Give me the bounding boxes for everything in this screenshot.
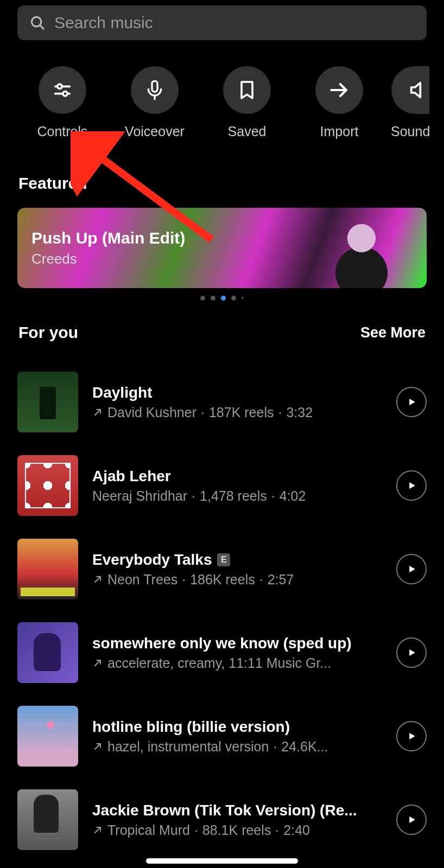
svg-line-12 xyxy=(95,744,100,749)
album-art xyxy=(17,789,78,850)
for-you-heading: For you See More xyxy=(0,301,444,352)
album-art xyxy=(17,455,78,516)
tool-row: Controls Voiceover Saved Import Sound xyxy=(0,40,444,139)
svg-line-1 xyxy=(40,25,43,29)
track-list: Daylight David Kushner · 187K reels · 3:… xyxy=(0,352,444,861)
track-row[interactable]: Everybody TalksE Neon Trees · 186K reels… xyxy=(17,527,427,611)
voiceover-button[interactable] xyxy=(131,66,179,114)
carousel-dots[interactable] xyxy=(0,296,444,301)
play-icon xyxy=(407,648,416,658)
play-button[interactable] xyxy=(396,554,427,584)
see-more-link[interactable]: See More xyxy=(360,324,426,341)
speaker-icon xyxy=(408,79,429,101)
tool-label: Sound xyxy=(391,124,430,139)
play-button[interactable] xyxy=(396,721,427,751)
bookmark-icon xyxy=(236,79,258,101)
section-title: For you xyxy=(18,323,78,342)
arrow-right-icon xyxy=(327,78,351,102)
play-icon xyxy=(407,481,416,490)
dot[interactable] xyxy=(200,296,205,301)
home-indicator[interactable] xyxy=(146,858,298,864)
play-icon xyxy=(407,564,416,574)
featured-card[interactable]: Push Up (Main Edit) Creeds xyxy=(17,208,427,288)
album-art xyxy=(17,539,78,599)
track-subtitle: Tropical Murd · 88.1K reels · 2:40 xyxy=(92,822,382,838)
track-row[interactable]: somewhere only we know (sped up) acceler… xyxy=(17,611,427,694)
track-subtitle: Neeraj Shridhar · 1,478 reels · 4:02 xyxy=(92,488,382,504)
track-subtitle: hazel, instrumental version · 24.6K... xyxy=(92,739,382,755)
svg-line-9 xyxy=(95,410,100,415)
track-subtitle: Neon Trees · 186K reels · 2:57 xyxy=(92,572,382,588)
tool-label: Controls xyxy=(37,124,87,139)
track-row[interactable]: hotline bling (billie version) hazel, in… xyxy=(17,694,427,778)
play-icon xyxy=(407,815,416,825)
trending-icon xyxy=(92,825,103,835)
track-title: hotline bling (billie version) xyxy=(92,718,382,736)
track-row[interactable]: Jackie Brown (Tik Tok Version) (Re... Tr… xyxy=(17,778,427,861)
sliders-icon xyxy=(52,79,73,101)
play-button[interactable] xyxy=(396,637,427,668)
track-title: Jackie Brown (Tik Tok Version) (Re... xyxy=(92,802,382,819)
album-art xyxy=(17,622,78,683)
svg-point-5 xyxy=(63,92,67,96)
dot[interactable] xyxy=(231,296,236,301)
featured-title: Push Up (Main Edit) xyxy=(31,229,185,247)
dot[interactable] xyxy=(242,297,244,299)
track-title: Everybody TalksE xyxy=(92,551,382,569)
tool-import[interactable]: Import xyxy=(299,66,380,139)
featured-artist: Creeds xyxy=(31,251,185,267)
trending-icon xyxy=(92,574,103,585)
tool-label: Import xyxy=(320,124,359,139)
dot-active[interactable] xyxy=(221,296,226,301)
track-subtitle: accelerate, creamy, 11:11 Music Gr... xyxy=(92,655,382,671)
sound-button[interactable] xyxy=(391,66,429,114)
play-button[interactable] xyxy=(396,387,427,417)
dot[interactable] xyxy=(211,296,215,301)
tool-label: Voiceover xyxy=(125,124,185,139)
saved-button[interactable] xyxy=(223,66,271,114)
import-button[interactable] xyxy=(315,66,363,114)
track-title: Ajab Leher xyxy=(92,468,382,485)
svg-rect-6 xyxy=(152,81,157,92)
section-title: Featured xyxy=(18,174,87,193)
track-title: Daylight xyxy=(92,384,382,401)
svg-line-13 xyxy=(95,827,100,833)
controls-button[interactable] xyxy=(39,66,86,114)
trending-icon xyxy=(92,407,103,418)
track-row[interactable]: Ajab Leher Neeraj Shridhar · 1,478 reels… xyxy=(17,444,427,527)
search-bar[interactable] xyxy=(17,5,427,40)
play-button[interactable] xyxy=(396,470,427,501)
microphone-icon xyxy=(144,79,166,101)
svg-point-3 xyxy=(58,84,62,88)
tool-label: Saved xyxy=(228,124,267,139)
trending-icon xyxy=(92,741,103,752)
svg-line-10 xyxy=(95,577,100,582)
search-icon xyxy=(29,15,46,31)
track-row[interactable]: Daylight David Kushner · 187K reels · 3:… xyxy=(17,360,427,444)
search-input[interactable] xyxy=(54,14,415,32)
explicit-badge: E xyxy=(217,553,230,566)
svg-line-11 xyxy=(95,660,100,666)
featured-heading: Featured xyxy=(0,139,444,202)
tool-voiceover[interactable]: Voiceover xyxy=(114,66,195,139)
play-icon xyxy=(407,397,416,407)
tool-sound[interactable]: Sound xyxy=(391,66,430,139)
track-subtitle: David Kushner · 187K reels · 3:32 xyxy=(92,405,382,420)
track-title: somewhere only we know (sped up) xyxy=(92,635,382,652)
play-icon xyxy=(407,731,416,741)
tool-controls[interactable]: Controls xyxy=(22,66,103,139)
tool-saved[interactable]: Saved xyxy=(206,66,288,139)
play-button[interactable] xyxy=(396,805,427,835)
trending-icon xyxy=(92,658,103,668)
album-art xyxy=(17,372,78,432)
album-art xyxy=(17,706,78,767)
